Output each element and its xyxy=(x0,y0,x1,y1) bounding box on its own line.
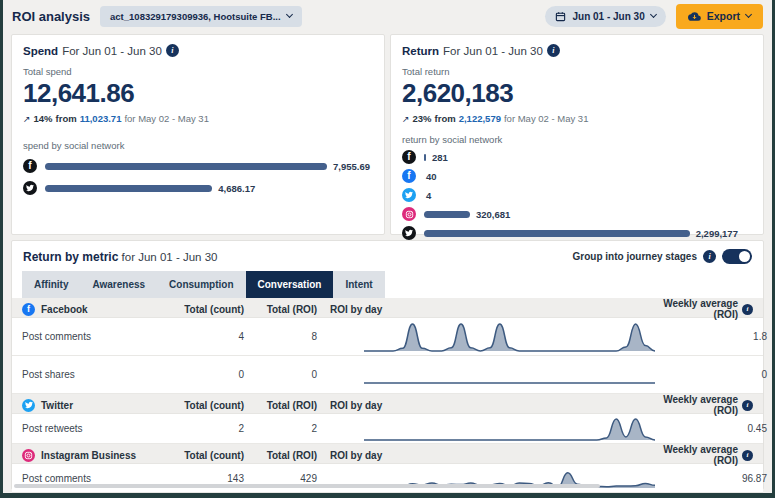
total-return-value: 2,620,183 xyxy=(402,78,752,109)
export-label: Export xyxy=(707,10,740,22)
return-change-word: from xyxy=(435,113,456,124)
facebook-icon: f xyxy=(402,150,416,164)
weekly-average-label: Weekly average (ROI) xyxy=(643,444,738,466)
return-card: Return For Jun 01 - Jun 30 i Total retur… xyxy=(390,34,764,235)
bar-value: 7,955.69 xyxy=(333,161,370,172)
spend-by-network-label: spend by social network xyxy=(23,140,373,151)
metric-weekly-average: 0 xyxy=(657,369,767,380)
date-range-label: Jun 01 - Jun 30 xyxy=(572,11,644,22)
metric-roi: 8 xyxy=(244,331,317,342)
roi-by-day-sparkline xyxy=(362,416,657,442)
return-prev-value-link[interactable]: 2,122,579 xyxy=(459,113,501,124)
top-bar: ROI analysis act_108329179309936, Hootsu… xyxy=(3,0,772,32)
spend-title: Spend xyxy=(23,45,58,57)
facebook-icon: f xyxy=(23,159,37,173)
return-period: For Jun 01 - Jun 30 xyxy=(443,45,543,57)
page-title: ROI analysis xyxy=(12,9,90,24)
table-row: Post retweets 2 2 0.45 xyxy=(12,414,763,444)
bar-value: 4 xyxy=(426,190,431,201)
export-button[interactable]: Export xyxy=(676,4,763,29)
metrics-period: for Jun 01 - Jun 30 xyxy=(122,251,218,263)
instagram-icon xyxy=(402,207,416,221)
metrics-controls: Group into journey stages i xyxy=(573,249,752,264)
spend-bar-facebook: f 7,955.69 xyxy=(23,159,373,173)
section-header-instagram: Instagram Business Total (count) Total (… xyxy=(12,444,763,464)
trend-up-icon: ↗ xyxy=(402,114,410,124)
bar-value: 40 xyxy=(426,171,437,182)
col-total-count: Total (count) xyxy=(177,450,244,461)
metric-name: Post comments xyxy=(22,473,177,484)
tab-intent[interactable]: Intent xyxy=(333,271,384,298)
twitter-icon xyxy=(402,226,416,240)
tab-consumption[interactable]: Consumption xyxy=(157,271,245,298)
spend-change-pct: 14% xyxy=(34,113,53,124)
weekly-average-label: Weekly average (ROI) xyxy=(643,298,738,320)
cloud-download-icon xyxy=(688,10,701,23)
section-name: Instagram Business xyxy=(41,450,136,461)
col-total-count: Total (count) xyxy=(177,400,244,411)
spend-bar-twitter: 4,686.17 xyxy=(23,181,373,195)
instagram-icon xyxy=(22,449,35,462)
chevron-down-icon xyxy=(650,11,657,18)
metric-name: Post retweets xyxy=(22,423,177,434)
metric-weekly-average: 0.45 xyxy=(657,423,767,434)
info-icon[interactable]: i xyxy=(703,250,716,263)
info-icon[interactable]: i xyxy=(742,450,753,461)
calendar-icon xyxy=(555,11,566,22)
chevron-down-icon xyxy=(286,11,293,18)
trend-up-icon: ↗ xyxy=(23,114,31,124)
info-icon[interactable]: i xyxy=(166,44,179,57)
roi-by-day-sparkline xyxy=(362,321,657,353)
col-roi-by-day: ROI by day xyxy=(317,304,643,315)
metrics-header: Return by metric for Jun 01 - Jun 30 Gro… xyxy=(12,241,763,269)
journey-stage-tabs: Affinity Awareness Consumption Conversat… xyxy=(22,271,385,298)
tab-conversation[interactable]: Conversation xyxy=(246,271,334,298)
return-change-row: ↗ 23% from 2,122,579 for May 02 - May 31 xyxy=(402,113,752,124)
horizontal-scrollbar[interactable] xyxy=(14,484,600,488)
info-icon[interactable]: i xyxy=(547,44,560,57)
weekly-average-label: Weekly average (ROI) xyxy=(643,394,738,416)
account-selector[interactable]: act_108329179309936, Hootsuite FB... xyxy=(100,6,302,27)
info-icon[interactable]: i xyxy=(742,400,753,411)
chevron-down-icon xyxy=(745,11,752,18)
return-bar-twitter: 4 xyxy=(402,188,752,202)
return-card-title: Return For Jun 01 - Jun 30 i xyxy=(402,44,752,57)
col-total-roi: Total (ROI) xyxy=(244,304,317,315)
bar xyxy=(45,185,212,192)
tab-awareness[interactable]: Awareness xyxy=(80,271,157,298)
bar xyxy=(424,230,690,237)
tab-affinity[interactable]: Affinity xyxy=(22,271,80,298)
metric-name: Post shares xyxy=(22,369,177,380)
twitter-icon xyxy=(402,188,416,202)
col-weekly-average: Weekly average (ROI) i xyxy=(643,394,753,416)
bar-track: 4,686.17 xyxy=(45,183,373,194)
section-name: Twitter xyxy=(41,400,73,411)
bar-track: 7,955.69 xyxy=(45,161,373,172)
spend-prev-period: for May 02 - May 31 xyxy=(124,113,208,124)
bar xyxy=(424,211,470,218)
spend-period: For Jun 01 - Jun 30 xyxy=(62,45,162,57)
spend-card: Spend For Jun 01 - Jun 30 i Total spend … xyxy=(11,34,385,235)
metric-count: 4 xyxy=(177,331,244,342)
bar-value: 320,681 xyxy=(476,209,510,220)
table-row: Post shares 0 0 0 xyxy=(12,356,763,394)
roi-by-day-sparkline xyxy=(362,365,657,385)
info-icon[interactable]: i xyxy=(742,304,753,315)
spend-prev-value-link[interactable]: 11,023.71 xyxy=(80,113,122,124)
col-roi-by-day: ROI by day xyxy=(317,400,643,411)
date-range-picker[interactable]: Jun 01 - Jun 30 xyxy=(545,6,665,27)
metrics-title-row: Return by metric for Jun 01 - Jun 30 xyxy=(23,250,217,264)
col-weekly-average: Weekly average (ROI) i xyxy=(643,298,753,320)
return-change-pct: 23% xyxy=(413,113,432,124)
col-weekly-average: Weekly average (ROI) i xyxy=(643,444,753,466)
col-roi-by-day: ROI by day xyxy=(317,450,643,461)
journey-stages-toggle[interactable] xyxy=(722,249,752,264)
col-total-roi: Total (ROI) xyxy=(244,450,317,461)
bar-value: 2,299,177 xyxy=(696,228,738,239)
bar xyxy=(424,154,426,161)
metrics-title: Return by metric xyxy=(23,250,118,264)
return-bar-facebook-page: f 281 xyxy=(402,150,752,164)
bar xyxy=(45,163,327,170)
col-total-count: Total (count) xyxy=(177,304,244,315)
section-name: Facebook xyxy=(41,304,88,315)
